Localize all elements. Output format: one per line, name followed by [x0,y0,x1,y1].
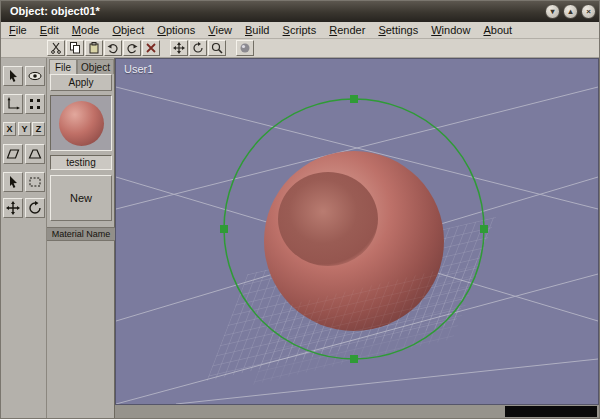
close-icon: × [586,7,591,16]
tab-file[interactable]: File [49,59,77,74]
menu-view[interactable]: View [203,22,237,38]
menu-options[interactable]: Options [152,22,200,38]
menu-mode[interactable]: Mode [67,22,105,38]
paste-button[interactable] [85,40,103,56]
tab-object[interactable]: Object [77,59,114,74]
rotate-arrow-icon [28,201,42,215]
copy-icon [69,42,81,54]
visibility-tool-button[interactable] [25,66,45,86]
menu-file[interactable]: File [4,22,32,38]
material-name-field[interactable]: testing [50,155,112,170]
render-preview-icon [239,42,251,54]
view-label: User1 [124,63,153,75]
tool-palette: X Y Z [1,58,47,418]
manipulator-handle-right[interactable] [480,225,488,233]
menu-object[interactable]: Object [107,22,149,38]
menu-edit[interactable]: Edit [35,22,64,38]
points-icon [28,97,42,111]
select-arrow-icon [6,69,20,83]
titlebar[interactable]: Object: object01* ▾ ▴ × [1,1,600,22]
new-material-button[interactable]: New [50,175,112,221]
x-axis-button[interactable]: X [3,122,16,136]
delete-button[interactable] [142,40,160,56]
material-preview[interactable] [50,95,112,151]
status-display [505,406,597,417]
close-button[interactable]: × [581,4,596,19]
toolbar [1,39,600,58]
axes-icon [6,97,20,111]
points-tool-button[interactable] [25,94,45,114]
render-preview-button[interactable] [236,40,254,56]
manipulator-handle-bottom[interactable] [350,355,358,363]
maximize-button[interactable]: ▴ [563,4,578,19]
pointer-arrow-icon [6,175,20,189]
redo-button[interactable] [123,40,141,56]
move-view-button[interactable] [170,40,188,56]
new-material-label: New [70,192,92,204]
material-preview-sphere [59,101,104,146]
taper-tool-button[interactable] [25,144,45,164]
inner-sphere-object[interactable] [278,172,378,266]
paste-icon [88,42,100,54]
status-bar [115,405,599,418]
zoom-view-icon [211,42,223,54]
undo-button[interactable] [104,40,122,56]
rotate-tool-button[interactable] [25,198,45,218]
manipulator-handle-left[interactable] [220,225,228,233]
cut-icon [50,42,62,54]
redo-icon [126,42,138,54]
select-tool-button[interactable] [3,66,23,86]
material-name-header: Material Name [47,227,115,241]
material-panel: File Object Apply testing New Material N… [47,58,115,418]
menu-scripts[interactable]: Scripts [278,22,322,38]
cut-button[interactable] [47,40,65,56]
menubar: File Edit Mode Object Options View Build… [1,22,600,39]
app-window: Object: object01* ▾ ▴ × File Edit Mode O… [0,0,600,419]
viewport-3d[interactable]: User1 [115,58,599,405]
pointer-tool-button[interactable] [3,172,23,192]
maximize-icon: ▴ [568,7,572,16]
delete-icon [145,42,157,54]
rotate-view-button[interactable] [189,40,207,56]
axes-tool-button[interactable] [3,94,23,114]
taper-icon [28,147,42,161]
menu-about[interactable]: About [478,22,517,38]
skew-tool-button[interactable] [3,144,23,164]
undo-icon [107,42,119,54]
marquee-icon [28,175,42,189]
move-arrows-icon [6,201,20,215]
viewport-canvas [116,59,598,404]
copy-button[interactable] [66,40,84,56]
move-tool-button[interactable] [3,198,23,218]
zoom-view-button[interactable] [208,40,226,56]
z-axis-button[interactable]: Z [32,122,45,136]
window-controls: ▾ ▴ × [545,4,596,19]
menu-render[interactable]: Render [324,22,370,38]
skew-icon [6,147,20,161]
manipulator-handle-top[interactable] [350,95,358,103]
minimize-icon: ▾ [550,7,554,16]
rotate-view-icon [192,42,204,54]
minimize-button[interactable]: ▾ [545,4,560,19]
menu-settings[interactable]: Settings [373,22,423,38]
eye-icon [28,69,42,83]
y-axis-button[interactable]: Y [18,122,31,136]
move-view-icon [173,42,185,54]
menu-build[interactable]: Build [240,22,274,38]
apply-button[interactable]: Apply [50,74,112,91]
window-title: Object: object01* [10,5,100,17]
menu-window[interactable]: Window [426,22,475,38]
marquee-select-tool-button[interactable] [25,172,45,192]
